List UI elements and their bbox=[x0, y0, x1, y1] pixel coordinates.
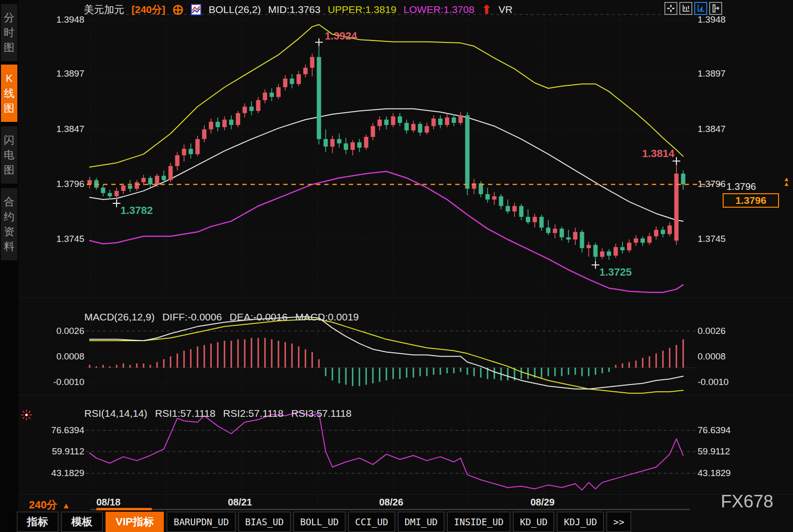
rsi-axis-left-label: 43.1829 bbox=[36, 468, 84, 479]
up-arrow-icon: ⬆ bbox=[482, 5, 491, 14]
price-axis-right-label: 1.3948 bbox=[698, 14, 746, 25]
price-axis-left-label: 1.3897 bbox=[36, 68, 84, 79]
timeframe-selector[interactable]: 240分▲ bbox=[29, 498, 70, 512]
indicator-tab-7[interactable]: CCI_UD bbox=[348, 512, 395, 532]
macd-header: MACD(26,12,9) DIFF:-0.0006 DEA:-0.0016 M… bbox=[84, 311, 359, 323]
indicator-tab-8[interactable]: DMI_UD bbox=[398, 512, 445, 532]
price-axis-left-label: 1.3745 bbox=[36, 234, 84, 244]
macd-dea-value: DEA:-0.0016 bbox=[230, 311, 288, 323]
period-label[interactable]: [240分] bbox=[132, 3, 165, 16]
chart-header: 美元加元 [240分] BOLL(26,2) MID:1.3763 UPPER:… bbox=[84, 3, 513, 16]
price-axis-right-label: 1.3897 bbox=[698, 68, 746, 79]
price-annotation: 1.3814 bbox=[604, 147, 674, 160]
macd-axis-left-label: 0.0008 bbox=[36, 351, 84, 362]
sidebar: 分时图K线图闪电图合约资料 bbox=[0, 0, 18, 532]
price-up-arrow-icon: ▲▲ bbox=[783, 177, 790, 186]
macd-axis-left-label: -0.0010 bbox=[36, 377, 84, 387]
indicator-tab-6[interactable]: BOLL_UD bbox=[293, 512, 345, 532]
boll-mid-value: MID:1.3763 bbox=[268, 4, 321, 15]
brand-watermark: FX678 bbox=[721, 492, 773, 512]
current-price-box: 1.3796 bbox=[723, 193, 779, 208]
price-annotation: 1.3725 bbox=[599, 266, 632, 279]
indicator-tab-10[interactable]: KD_UD bbox=[513, 512, 554, 532]
layout-grid-icon[interactable] bbox=[664, 2, 677, 15]
boll-lower-value: LOWER:1.3708 bbox=[404, 4, 475, 15]
indicator-tab-12[interactable]: >> bbox=[607, 512, 631, 532]
date-label: 08/18 bbox=[96, 497, 120, 508]
rsi3-value: RSI3:57.1118 bbox=[291, 408, 351, 419]
rsi-axis-left-label: 76.6394 bbox=[36, 425, 84, 436]
price-axis-right-label: 1.3847 bbox=[698, 124, 746, 134]
chart-toolbar bbox=[664, 2, 722, 15]
indicator-tab-3[interactable]: VIP指标 bbox=[106, 512, 164, 532]
indicator-tab-11[interactable]: KDJ_UD bbox=[557, 512, 604, 532]
macd-axis-left-label: 0.0026 bbox=[36, 326, 84, 336]
macd-axis-right-label: 0.0008 bbox=[698, 351, 746, 362]
chart-application: 分时图K线图闪电图合约资料 美元加元 [240分] BOLL(26,2) MID… bbox=[0, 0, 793, 532]
alert-starburst-icon[interactable] bbox=[20, 409, 33, 421]
rsi1-value: RSI1:57.1118 bbox=[155, 408, 215, 419]
indicator-tab-1[interactable]: 指标 bbox=[17, 512, 58, 532]
vr-label: VR bbox=[499, 4, 513, 15]
timeframe-label: 240分 bbox=[29, 499, 57, 511]
sidebar-tab-4[interactable]: 合约资料 bbox=[1, 188, 17, 260]
crosshair-target-icon[interactable] bbox=[172, 4, 184, 15]
price-axis-left-label: 1.3847 bbox=[36, 124, 84, 134]
macd-title: MACD(26,12,9) bbox=[84, 311, 155, 323]
price-annotation: 1.3782 bbox=[120, 204, 153, 217]
date-label: 08/29 bbox=[530, 497, 555, 508]
indicator-tab-2[interactable]: 模板 bbox=[61, 512, 103, 532]
panel-right-icon[interactable] bbox=[709, 2, 722, 15]
sidebar-tab-3[interactable]: 闪电图 bbox=[1, 126, 17, 184]
axis-zoom-icon[interactable] bbox=[694, 2, 707, 15]
indicator-tab-bar: 指标模板VIP指标BARUPDN_UDBIAS_UDBOLL_UDCCI_UDD… bbox=[17, 512, 631, 532]
boll-indicator-label: BOLL(26,2) bbox=[209, 4, 261, 15]
price-axis-left-label: 1.3796 bbox=[36, 179, 84, 189]
sidebar-tab-2[interactable]: K线图 bbox=[1, 65, 17, 122]
indicator-tab-5[interactable]: BIAS_UD bbox=[238, 512, 291, 532]
macd-axis-right-label: -0.0010 bbox=[698, 377, 746, 387]
price-axis-left-label: 1.3948 bbox=[36, 14, 84, 25]
boll-upper-value: UPPER:1.3819 bbox=[328, 4, 396, 15]
date-label: 08/26 bbox=[379, 497, 403, 508]
date-label: 08/21 bbox=[228, 497, 252, 508]
symbol-title: 美元加元 bbox=[84, 3, 124, 16]
rsi-axis-right-label: 76.6394 bbox=[698, 425, 746, 436]
dropdown-arrow-icon: ▲ bbox=[62, 501, 70, 510]
price-axis-right-label: 1.3796 bbox=[698, 179, 746, 189]
sidebar-tab-1[interactable]: 分时图 bbox=[1, 4, 17, 61]
chart-canvas[interactable] bbox=[0, 0, 793, 532]
rsi-axis-right-label: 59.9112 bbox=[698, 446, 746, 457]
price-axis-right-label: 1.3745 bbox=[698, 234, 746, 244]
indicator-chart-icon bbox=[191, 4, 201, 16]
rsi-header: RSI(14,14,14) RSI1:57.1118 RSI2:57.1118 … bbox=[84, 408, 352, 419]
macd-axis-right-label: 0.0026 bbox=[698, 326, 746, 336]
price-annotation: 1.3924 bbox=[325, 30, 357, 42]
indicator-tab-9[interactable]: INSIDE_UD bbox=[447, 512, 510, 532]
rsi-axis-left-label: 59.9112 bbox=[36, 446, 84, 457]
rsi-axis-right-label: 43.1829 bbox=[698, 468, 746, 479]
macd-value: MACD:0.0019 bbox=[295, 311, 359, 323]
rsi-title: RSI(14,14,14) bbox=[84, 408, 147, 419]
macd-diff-value: DIFF:-0.0006 bbox=[162, 311, 222, 323]
rsi2-value: RSI2:57.1118 bbox=[223, 408, 283, 419]
axis-scale-icon[interactable] bbox=[679, 2, 692, 15]
indicator-tab-4[interactable]: BARUPDN_UD bbox=[167, 512, 235, 532]
